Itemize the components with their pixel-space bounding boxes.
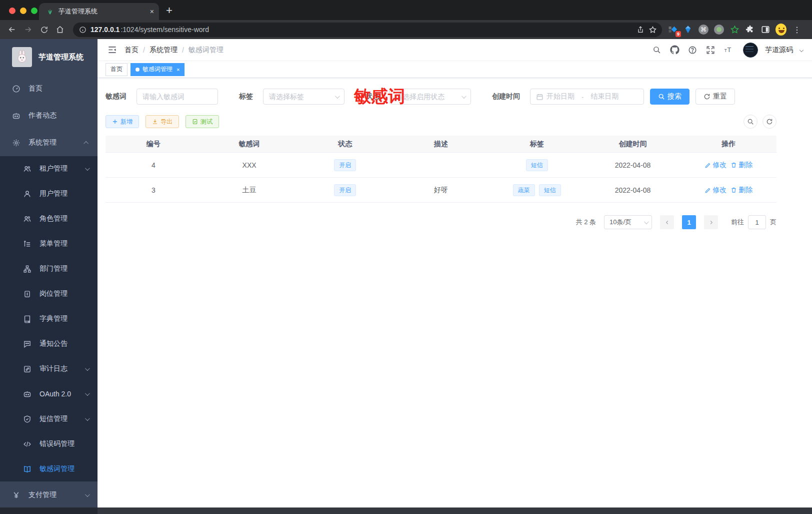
prev-page-button[interactable] bbox=[660, 215, 674, 229]
home-icon[interactable] bbox=[53, 23, 67, 37]
minimize-window-button[interactable] bbox=[20, 8, 26, 14]
delete-button[interactable]: 删除 bbox=[730, 161, 752, 170]
sidebar-item-author[interactable]: 作者动态 bbox=[0, 102, 98, 129]
reset-button[interactable]: 重置 bbox=[696, 89, 735, 105]
tag-select-input[interactable] bbox=[269, 93, 332, 101]
edit-button[interactable]: 修改 bbox=[704, 161, 726, 170]
fullscreen-icon[interactable] bbox=[704, 44, 717, 57]
forward-icon[interactable] bbox=[21, 23, 35, 37]
keyword-input[interactable] bbox=[142, 93, 212, 101]
trash-icon bbox=[730, 162, 737, 168]
sidebar-item-post[interactable]: 岗位管理 bbox=[0, 281, 98, 306]
keyword-label: 敏感词 bbox=[106, 92, 126, 101]
app-logo[interactable]: 芋道管理系统 bbox=[0, 39, 98, 75]
goto-label: 前往 bbox=[731, 218, 744, 227]
add-button[interactable]: 新增 bbox=[106, 115, 139, 128]
sidebar-item-tenant[interactable]: 租户管理 bbox=[0, 156, 98, 181]
command-extension-icon[interactable]: ⌘ bbox=[698, 24, 709, 35]
help-icon[interactable] bbox=[686, 44, 699, 57]
page-number-button[interactable]: 1 bbox=[682, 215, 696, 229]
tag-sensitive-word[interactable]: 敏感词管理 × bbox=[130, 63, 184, 76]
sidebar-item-label: 岗位管理 bbox=[40, 289, 88, 298]
date-start-placeholder[interactable]: 开始日期 bbox=[546, 92, 574, 101]
open-book-icon bbox=[23, 465, 32, 473]
sidebar-item-dict[interactable]: 字典管理 bbox=[0, 306, 98, 331]
breadcrumb-separator: / bbox=[182, 46, 184, 54]
collapse-sidebar-icon[interactable] bbox=[104, 42, 120, 59]
search-button[interactable]: 搜索 bbox=[650, 89, 690, 105]
test-button[interactable]: 测试 bbox=[186, 115, 219, 128]
user-avatar[interactable] bbox=[743, 43, 758, 58]
date-range-picker[interactable]: 开始日期 - 结束日期 bbox=[530, 89, 644, 105]
tag-select[interactable] bbox=[263, 89, 344, 105]
navbar-actions: TT 芋道源码 bbox=[650, 43, 804, 58]
main-area: 首页 / 系统管理 / 敏感词管理 T bbox=[98, 39, 812, 514]
date-end-placeholder[interactable]: 结束日期 bbox=[590, 92, 618, 101]
sidebar-item-menu[interactable]: 菜单管理 bbox=[0, 231, 98, 256]
sidebar-item-label: 作者动态 bbox=[28, 111, 88, 120]
chevron-left-icon bbox=[664, 220, 670, 225]
profile-avatar-icon[interactable] bbox=[776, 24, 786, 35]
hide-search-icon[interactable] bbox=[744, 115, 758, 129]
extension-badge: 9 bbox=[676, 31, 681, 37]
reload-icon[interactable] bbox=[37, 23, 51, 37]
sidebar-item-audit-log[interactable]: 审计日志 bbox=[0, 356, 98, 381]
sidebar-item-dept[interactable]: 部门管理 bbox=[0, 256, 98, 281]
tag-close-icon[interactable]: × bbox=[176, 67, 180, 73]
export-button[interactable]: 导出 bbox=[146, 115, 179, 128]
side-panel-icon[interactable] bbox=[760, 24, 771, 35]
green-star-extension-icon[interactable] bbox=[729, 24, 740, 35]
address-bar[interactable]: 127.0.0.1:1024/system/sensitive-word bbox=[73, 23, 662, 37]
tag-badge: 蔬菜 bbox=[513, 184, 535, 196]
sidebar-item-oauth[interactable]: OAuth 2.0 bbox=[0, 381, 98, 406]
close-window-button[interactable] bbox=[9, 8, 16, 14]
browser-tab-strip: 芋道管理系统 × + bbox=[0, 0, 812, 20]
tag-home[interactable]: 首页 bbox=[106, 63, 128, 76]
chevron-down-icon bbox=[85, 416, 90, 421]
font-size-icon[interactable]: TT bbox=[722, 44, 735, 57]
sidebar-item-sensitive-word[interactable]: 敏感词管理 bbox=[0, 456, 98, 481]
active-tag-dot bbox=[136, 68, 140, 72]
page-size-select[interactable]: 10条/页 bbox=[604, 215, 652, 229]
github-icon[interactable] bbox=[668, 44, 681, 57]
sidebar-item-home[interactable]: 首页 bbox=[0, 75, 98, 102]
refresh-table-icon[interactable] bbox=[762, 115, 776, 129]
col-header: 操作 bbox=[680, 140, 776, 149]
sidebar-item-role[interactable]: 角色管理 bbox=[0, 206, 98, 231]
user-name[interactable]: 芋道源码 bbox=[765, 46, 793, 55]
recorder-extension-icon[interactable] bbox=[714, 24, 724, 35]
window-controls[interactable] bbox=[9, 8, 38, 14]
browser-tab[interactable]: 芋道管理系统 × bbox=[39, 3, 159, 20]
zoom-window-button[interactable] bbox=[31, 8, 38, 14]
search-icon[interactable] bbox=[650, 44, 663, 57]
bookmark-star-icon[interactable] bbox=[648, 26, 657, 34]
tampermonkey-extension-icon[interactable]: 9 bbox=[667, 24, 678, 35]
chevron-right-icon bbox=[708, 220, 714, 225]
extensions-puzzle-icon[interactable] bbox=[744, 24, 756, 35]
tab-close-icon[interactable]: × bbox=[150, 8, 154, 16]
breadcrumb-section[interactable]: 系统管理 bbox=[150, 46, 178, 55]
browser-menu-icon[interactable]: ⋮ bbox=[793, 25, 802, 35]
sidebar-item-label: 字典管理 bbox=[40, 314, 88, 323]
sidebar-item-pay[interactable]: 支付管理 bbox=[0, 481, 98, 508]
goto-page-input[interactable] bbox=[748, 215, 766, 229]
cell-create-time: 2022-04-08 bbox=[585, 161, 681, 169]
sidebar-item-user[interactable]: 用户管理 bbox=[0, 181, 98, 206]
delete-button[interactable]: 删除 bbox=[730, 186, 752, 195]
next-page-button[interactable] bbox=[704, 215, 718, 229]
sidebar-item-sms[interactable]: 短信管理 bbox=[0, 406, 98, 431]
gem-extension-icon[interactable] bbox=[682, 24, 694, 35]
delete-label: 删除 bbox=[738, 161, 752, 170]
share-icon[interactable] bbox=[636, 26, 644, 34]
edit-button[interactable]: 修改 bbox=[704, 186, 726, 195]
search-form: 敏感词 标签 状态 创建时间 开始日期 - bbox=[106, 89, 776, 105]
new-tab-button[interactable]: + bbox=[166, 4, 172, 17]
pagination: 共 2 条 10条/页 1 前往 页 bbox=[106, 215, 776, 229]
breadcrumb-home[interactable]: 首页 bbox=[124, 46, 138, 55]
back-icon[interactable] bbox=[5, 23, 19, 37]
sidebar-item-system[interactable]: 系统管理 bbox=[0, 129, 98, 156]
site-info-icon[interactable] bbox=[79, 26, 86, 34]
sidebar-item-errcode[interactable]: 错误码管理 bbox=[0, 431, 98, 456]
sidebar-item-notice[interactable]: 通知公告 bbox=[0, 331, 98, 356]
user-menu-caret-icon[interactable] bbox=[800, 48, 804, 52]
